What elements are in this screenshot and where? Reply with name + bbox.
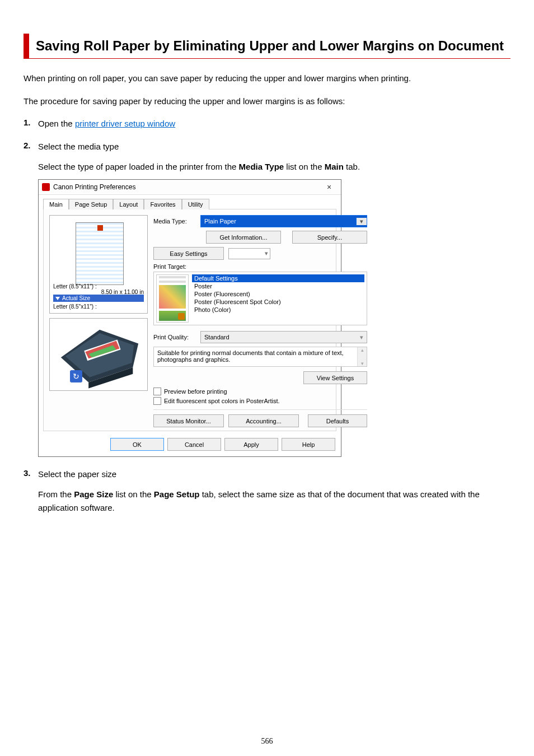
print-target-list[interactable]: Default Settings Poster Poster (Fluoresc… bbox=[153, 272, 367, 325]
easy-settings-combo[interactable]: ▾ bbox=[228, 248, 270, 259]
step-3-head: Select the paper size bbox=[38, 468, 510, 480]
step-1: Open the printer driver setup window bbox=[38, 118, 510, 129]
edit-fluorescent-check[interactable]: Edit fluorescent spot colors in PosterAr… bbox=[153, 397, 367, 405]
ok-button[interactable]: OK bbox=[110, 438, 164, 451]
chevron-down-icon[interactable]: ▾ bbox=[357, 334, 367, 341]
arrow-down-icon bbox=[55, 297, 60, 300]
roll-refresh-icon[interactable]: ↻ bbox=[70, 370, 82, 382]
media-type-value: Plain Paper bbox=[201, 218, 356, 225]
preview-before-printing-check[interactable]: Preview before printing bbox=[153, 388, 367, 395]
get-information-button[interactable]: Get Information... bbox=[206, 231, 281, 244]
status-monitor-button[interactable]: Status Monitor... bbox=[153, 414, 224, 427]
tab-main[interactable]: Main bbox=[43, 199, 69, 209]
dialog-tabs: Main Page Setup Layout Favorites Utility bbox=[39, 195, 341, 209]
easy-settings-button[interactable]: Easy Settings bbox=[153, 247, 224, 260]
printer-illustration: ↻ bbox=[49, 318, 148, 391]
print-quality-value: Standard bbox=[201, 334, 357, 340]
step-2-desc: Select the type of paper loaded in the p… bbox=[38, 160, 510, 174]
cancel-button[interactable]: Cancel bbox=[167, 438, 221, 451]
preview-actual-size: Actual Size bbox=[53, 295, 144, 302]
checkbox-icon[interactable] bbox=[153, 388, 161, 395]
tab-page-setup[interactable]: Page Setup bbox=[69, 199, 114, 209]
specify-button[interactable]: Specify... bbox=[292, 231, 367, 244]
target-photo-color[interactable]: Photo (Color) bbox=[192, 306, 364, 314]
chevron-down-icon[interactable]: ▾ bbox=[356, 218, 367, 225]
apply-button[interactable]: Apply bbox=[224, 438, 278, 451]
defaults-button[interactable]: Defaults bbox=[308, 414, 367, 427]
checkbox-icon[interactable] bbox=[153, 397, 161, 405]
view-settings-button[interactable]: View Settings bbox=[303, 371, 367, 384]
preview-color-swatch bbox=[97, 225, 103, 231]
app-icon bbox=[42, 183, 50, 191]
step-2-head: Select the media type bbox=[38, 141, 510, 152]
target-poster-fluorescent[interactable]: Poster (Fluorescent) bbox=[192, 290, 364, 298]
tab-utility[interactable]: Utility bbox=[182, 199, 209, 209]
description-box: Suitable for printing normal documents t… bbox=[153, 347, 367, 367]
target-thumbnail bbox=[156, 274, 189, 323]
page-number: 566 bbox=[0, 737, 534, 746]
page-title: Saving Roll Paper by Eliminating Upper a… bbox=[36, 37, 510, 55]
tab-favorites[interactable]: Favorites bbox=[144, 199, 181, 209]
intro-text-2: The procedure for saving paper by reduci… bbox=[24, 95, 510, 108]
printer-driver-setup-link[interactable]: printer driver setup window bbox=[75, 119, 175, 128]
printing-preferences-dialog: Canon Printing Preferences × Main Page S… bbox=[38, 179, 341, 457]
scrollbar[interactable]: ▴▾ bbox=[357, 347, 367, 366]
tab-layout[interactable]: Layout bbox=[113, 199, 144, 209]
close-icon[interactable]: × bbox=[321, 181, 338, 193]
media-type-combo[interactable]: Plain Paper ▾ bbox=[200, 215, 367, 227]
paper-preview-box: Letter (8.5"x11") : 8.50 in x 11.00 in A… bbox=[49, 215, 148, 314]
paper-preview-sheet bbox=[76, 222, 124, 285]
print-quality-label: Print Quality: bbox=[153, 334, 197, 340]
preview-size-label-1: Letter (8.5"x11") : bbox=[53, 283, 97, 290]
target-default-settings[interactable]: Default Settings bbox=[192, 274, 364, 282]
print-quality-combo[interactable]: Standard ▾ bbox=[200, 331, 367, 343]
step-3-desc: From the Page Size list on the Page Setu… bbox=[38, 488, 510, 515]
accounting-button[interactable]: Accounting... bbox=[228, 414, 299, 427]
dialog-titlebar: Canon Printing Preferences × bbox=[39, 180, 341, 195]
media-type-label: Media Type: bbox=[153, 218, 197, 225]
preview-size-label-2: Letter (8.5"x11") : bbox=[53, 304, 97, 310]
dialog-title: Canon Printing Preferences bbox=[53, 183, 321, 191]
help-button[interactable]: Help bbox=[282, 438, 335, 451]
target-poster[interactable]: Poster bbox=[192, 282, 364, 290]
print-target-label: Print Target: bbox=[153, 263, 367, 270]
intro-text-1: When printing on roll paper, you can sav… bbox=[24, 72, 510, 85]
target-poster-fluorescent-spot[interactable]: Poster (Fluorescent Spot Color) bbox=[192, 298, 364, 306]
step-1-prefix: Open the bbox=[38, 119, 75, 128]
